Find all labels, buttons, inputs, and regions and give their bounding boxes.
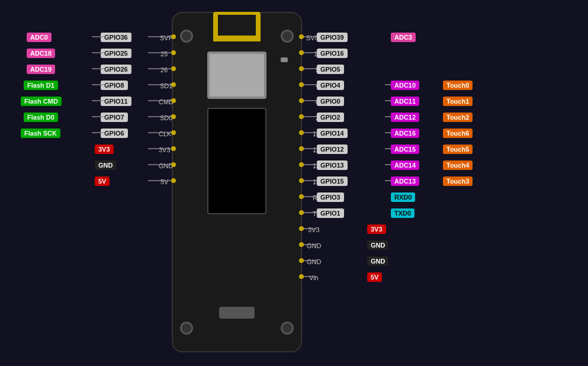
label-5v-right: 5V [367, 272, 382, 282]
label-touch3: Touch3 [443, 176, 473, 186]
gpio-5: GPIO5 [317, 65, 344, 74]
gpio-flashsck: GPIO6 [101, 129, 128, 138]
label-adc16: ADC16 [391, 129, 419, 138]
label-flashd0: Flash D0 [24, 113, 58, 122]
diagram-container: ADC0 GPIO36 SVP ADC18 GPIO25 25 ADC19 GP… [0, 0, 588, 366]
pinname-gnd-right2: GND [307, 258, 321, 265]
label-touch2: Touch2 [443, 113, 473, 122]
hole-top-right [281, 30, 294, 43]
antenna [213, 12, 261, 41]
oled-screen [207, 108, 266, 214]
gpio-flashd1: GPIO8 [101, 81, 128, 90]
gpio-14: GPIO14 [317, 129, 348, 138]
gpio-adc0: GPIO36 [101, 33, 131, 42]
label-5v-left: 5V [95, 176, 110, 186]
pinname-vin: Vin [309, 274, 319, 281]
pinname-5v-left: 5V [160, 178, 168, 185]
label-adc3: ADC3 [391, 33, 416, 42]
gpio-16: GPIO16 [317, 49, 348, 58]
label-rxd0: RXD0 [391, 192, 415, 202]
label-gnd-right2: GND [367, 256, 388, 266]
pinname-3v3-right: 3V3 [308, 226, 320, 233]
antenna-inner [218, 15, 256, 36]
chip-inner [210, 54, 264, 97]
label-adc10: ADC10 [391, 81, 419, 90]
gpio-adc19: GPIO26 [101, 65, 131, 74]
gpio-flashd0: GPIO7 [101, 113, 128, 122]
label-touch6: Touch6 [443, 129, 473, 138]
label-adc19: ADC19 [27, 65, 55, 74]
wifi-module [207, 52, 266, 99]
gpio-0: GPIO0 [317, 97, 344, 106]
gpio-2: GPIO2 [317, 113, 344, 122]
label-touch5: Touch5 [443, 145, 473, 154]
label-3v3-right: 3V3 [367, 224, 386, 234]
gpio-15: GPIO15 [317, 176, 348, 186]
label-adc12: ADC12 [391, 113, 419, 122]
pinname-3v3-left: 3V3 [159, 146, 171, 153]
hole-top-left [180, 30, 193, 43]
pinname-flashcmd: CMD [159, 98, 173, 105]
label-adc14: ADC14 [391, 160, 419, 170]
label-txd0: TXD0 [391, 208, 415, 218]
label-adc0: ADC0 [27, 33, 52, 42]
pinname-adc0: SVP [160, 34, 173, 41]
reset-button[interactable] [281, 57, 288, 62]
pinname-flashsck: CLK [159, 130, 171, 137]
hole-bottom-left [180, 322, 193, 335]
hole-bottom-right [281, 322, 294, 335]
usb-connector [219, 307, 255, 319]
gpio-13: GPIO13 [317, 160, 348, 170]
gpio-4: GPIO4 [317, 81, 344, 90]
pinname-flashd1: SD1 [160, 82, 172, 89]
gpio-12: GPIO12 [317, 145, 348, 154]
pcb-board [172, 12, 302, 352]
label-touch0: Touch0 [443, 81, 473, 90]
label-adc13: ADC13 [391, 176, 419, 186]
label-touch4: Touch4 [443, 160, 473, 170]
pinname-gnd-right1: GND [307, 242, 321, 249]
label-adc18: ADC18 [27, 49, 55, 58]
gpio-adc18: GPIO25 [101, 49, 131, 58]
pinname-adc18: 25 [160, 50, 168, 57]
gpio-1: GPIO1 [317, 208, 344, 218]
gpio-39: GPIO39 [317, 33, 348, 42]
gpio-flashcmd: GPIO11 [101, 97, 131, 106]
label-flashd1: Flash D1 [24, 81, 58, 90]
pinname-flashd0: SD0 [160, 114, 172, 121]
pinname-gnd-left: GND [159, 162, 173, 169]
pinname-adc19: 26 [160, 66, 168, 73]
label-touch1: Touch1 [443, 97, 473, 106]
label-gnd-left: GND [95, 160, 116, 170]
label-adc15: ADC15 [391, 145, 419, 154]
gpio-3: GPIO3 [317, 192, 344, 202]
label-adc11: ADC11 [391, 97, 419, 106]
label-3v3-left: 3V3 [95, 145, 114, 154]
label-flashsck: Flash SCK [21, 129, 60, 138]
label-flashcmd: Flash CMD [21, 97, 62, 106]
label-gnd-right1: GND [367, 240, 388, 250]
